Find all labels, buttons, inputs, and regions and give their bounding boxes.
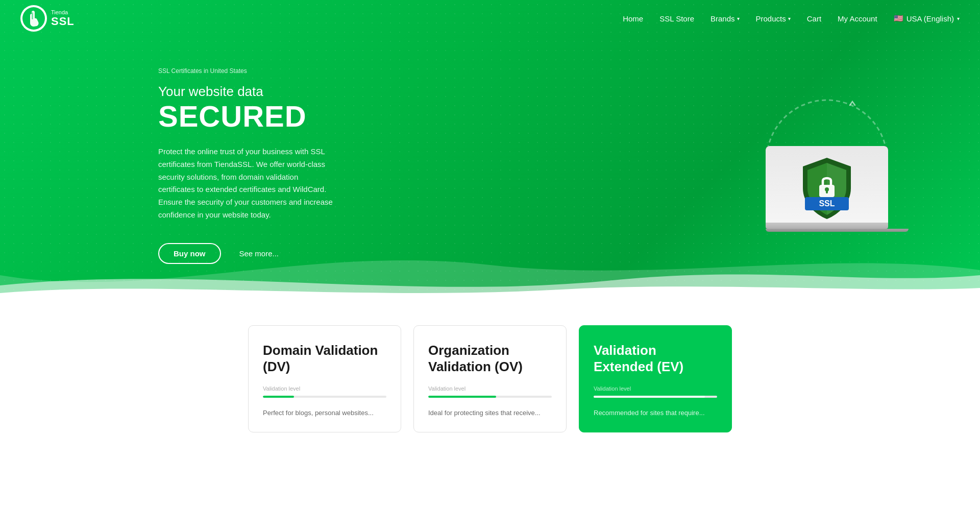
card-dv-label: Validation level <box>263 385 386 392</box>
svg-rect-5 <box>826 189 828 194</box>
cards-section: Domain Validation (DV) Validation level … <box>0 295 980 453</box>
navbar: Tienda SSL Home SSL Store Brands ▾ Produ… <box>0 0 980 37</box>
card-dv-title: Domain Validation (DV) <box>263 342 386 375</box>
chevron-down-icon: ▾ <box>957 16 960 21</box>
logo[interactable]: Tienda SSL <box>20 5 75 32</box>
card-dv: Domain Validation (DV) Validation level … <box>248 325 401 433</box>
laptop-foot <box>766 229 909 232</box>
laptop-screen: SSL <box>766 146 888 223</box>
hero-breadcrumb: SSL Certificates in United States <box>158 67 337 75</box>
svg-rect-1 <box>32 12 33 19</box>
card-ev: Validation Extended (EV) Validation leve… <box>579 325 732 433</box>
card-ov-title: Organization Validation (OV) <box>428 342 552 375</box>
hero-description: Protect the online trust of your busines… <box>158 146 337 222</box>
card-dv-progress-bar <box>263 396 386 398</box>
hero-content: SSL Certificates in United States Your w… <box>0 37 357 295</box>
hero-subtitle: Your website data <box>158 84 337 100</box>
card-ev-title: Validation Extended (EV) <box>594 342 717 375</box>
card-ev-progress-fill <box>594 396 705 398</box>
nav-item-cart[interactable]: Cart <box>807 14 821 23</box>
chevron-down-icon: ▾ <box>788 16 791 21</box>
nav-item-my-account[interactable]: My Account <box>838 14 877 23</box>
logo-text: Tienda SSL <box>51 9 75 28</box>
card-ov-progress-fill <box>428 396 496 398</box>
card-ev-progress-bar <box>594 396 717 398</box>
card-ov-progress-bar <box>428 396 552 398</box>
card-ov-description: Ideal for protecting sites that receive.… <box>428 408 552 418</box>
flag-icon: 🇺🇸 <box>894 14 903 23</box>
laptop-base <box>766 223 888 229</box>
laptop: SSL <box>766 146 888 232</box>
hero-illustration: SSL <box>745 37 909 295</box>
language-selector[interactable]: 🇺🇸 USA (English) ▾ <box>894 14 960 23</box>
card-ov: Organization Validation (OV) Validation … <box>413 325 567 433</box>
hero-section: SSL Certificates in United States Your w… <box>0 0 980 295</box>
card-ev-description: Recommended for sites that require... <box>594 408 717 418</box>
buy-now-button[interactable]: Buy now <box>158 243 221 264</box>
chevron-down-icon: ▾ <box>737 16 740 21</box>
hero-title: SECURED <box>158 102 337 131</box>
card-ov-label: Validation level <box>428 385 552 392</box>
nav-item-home[interactable]: Home <box>623 14 643 23</box>
nav-links: Home SSL Store Brands ▾ Products ▾ Cart … <box>623 14 960 23</box>
nav-item-brands[interactable]: Brands ▾ <box>710 14 740 23</box>
nav-item-products[interactable]: Products ▾ <box>756 14 791 23</box>
logo-icon <box>20 5 47 32</box>
card-dv-progress-fill <box>263 396 294 398</box>
hero-actions: Buy now See more... <box>158 243 337 264</box>
card-dv-description: Perfect for blogs, personal websites... <box>263 408 386 418</box>
laptop-illustration: SSL <box>755 94 898 237</box>
ssl-shield: SSL <box>799 155 855 222</box>
svg-text:SSL: SSL <box>819 199 835 208</box>
card-ev-label: Validation level <box>594 385 717 392</box>
see-more-link[interactable]: See more... <box>239 249 279 258</box>
nav-item-ssl-store[interactable]: SSL Store <box>659 14 694 23</box>
